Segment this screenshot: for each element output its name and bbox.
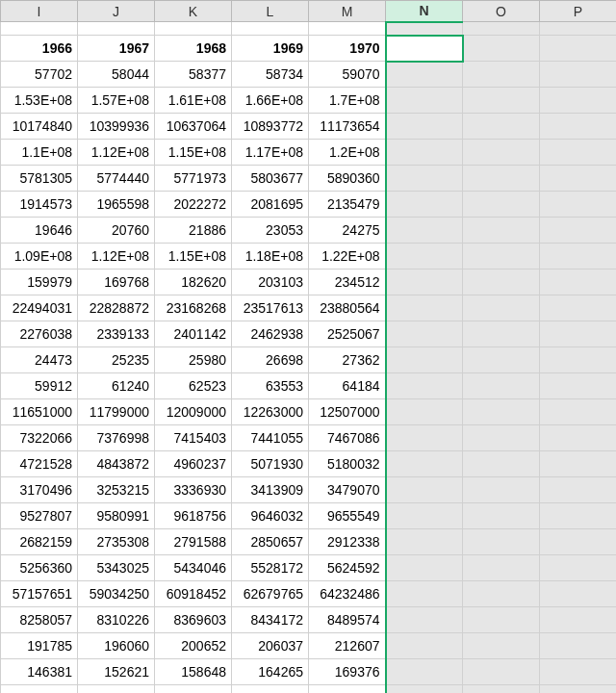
- cell-P-13[interactable]: [540, 347, 617, 373]
- cell-O-17[interactable]: [463, 451, 540, 477]
- cell-J-7[interactable]: 1965598: [78, 192, 155, 218]
- cell-O-22[interactable]: [463, 581, 540, 607]
- cell-O-4[interactable]: [463, 114, 540, 140]
- cell-J-2[interactable]: 58044: [78, 62, 155, 88]
- cell-N-26[interactable]: [386, 685, 463, 694]
- cell-M-22[interactable]: 64232486: [309, 581, 386, 607]
- cell-J-15[interactable]: 11799000: [78, 399, 155, 425]
- cell-I-12[interactable]: 2276038: [1, 321, 78, 347]
- cell-O-14[interactable]: [463, 373, 540, 399]
- cell-P-2[interactable]: [540, 62, 617, 88]
- cell-L-12[interactable]: 2462938: [232, 321, 309, 347]
- cell-M-21[interactable]: 5624592: [309, 555, 386, 581]
- cell-K-0[interactable]: [155, 22, 232, 36]
- cell-P-14[interactable]: [540, 373, 617, 399]
- cell-L-3[interactable]: 1.66E+08: [232, 88, 309, 114]
- cell-I-10[interactable]: 159979: [1, 270, 78, 295]
- cell-J-13[interactable]: 25235: [78, 347, 155, 373]
- cell-P-26[interactable]: [540, 685, 617, 694]
- cell-J-1[interactable]: 1967: [78, 36, 155, 62]
- cell-L-24[interactable]: 206037: [232, 633, 309, 659]
- cell-P-1[interactable]: [540, 36, 617, 62]
- cell-P-3[interactable]: [540, 88, 617, 114]
- cell-P-23[interactable]: [540, 607, 617, 633]
- cell-J-11[interactable]: 22828872: [78, 295, 155, 321]
- cell-N-20[interactable]: [386, 529, 463, 555]
- cell-I-16[interactable]: 7322066: [1, 425, 78, 451]
- cell-P-21[interactable]: [540, 555, 617, 581]
- cell-O-10[interactable]: [463, 270, 540, 295]
- cell-P-16[interactable]: [540, 425, 617, 451]
- cell-O-25[interactable]: [463, 659, 540, 685]
- cell-J-23[interactable]: 8310226: [78, 607, 155, 633]
- cell-N-18[interactable]: [386, 477, 463, 503]
- cell-N-9[interactable]: [386, 244, 463, 270]
- cell-M-7[interactable]: 2135479: [309, 192, 386, 218]
- cell-P-12[interactable]: [540, 321, 617, 347]
- cell-O-0[interactable]: [463, 22, 540, 36]
- cell-L-18[interactable]: 3413909: [232, 477, 309, 503]
- cell-M-23[interactable]: 8489574: [309, 607, 386, 633]
- cell-I-20[interactable]: 2682159: [1, 529, 78, 555]
- cell-K-14[interactable]: 62523: [155, 373, 232, 399]
- cell-P-15[interactable]: [540, 399, 617, 425]
- cell-O-24[interactable]: [463, 633, 540, 659]
- cell-I-25[interactable]: 146381: [1, 659, 78, 685]
- cell-M-12[interactable]: 2525067: [309, 321, 386, 347]
- cell-M-16[interactable]: 7467086: [309, 425, 386, 451]
- cell-L-14[interactable]: 63553: [232, 373, 309, 399]
- cell-J-8[interactable]: 20760: [78, 218, 155, 244]
- cell-L-4[interactable]: 10893772: [232, 114, 309, 140]
- cell-L-26[interactable]: 3717476: [232, 685, 309, 694]
- cell-P-5[interactable]: [540, 140, 617, 166]
- cell-K-17[interactable]: 4960237: [155, 451, 232, 477]
- cell-L-20[interactable]: 2850657: [232, 529, 309, 555]
- cell-L-22[interactable]: 62679765: [232, 581, 309, 607]
- cell-M-2[interactable]: 59070: [309, 62, 386, 88]
- column-header-I[interactable]: I: [1, 1, 78, 22]
- cell-O-18[interactable]: [463, 477, 540, 503]
- column-header-J[interactable]: J: [78, 1, 155, 22]
- cell-M-3[interactable]: 1.7E+08: [309, 88, 386, 114]
- cell-N-16[interactable]: [386, 425, 463, 451]
- cell-K-16[interactable]: 7415403: [155, 425, 232, 451]
- cell-N-14[interactable]: [386, 373, 463, 399]
- cell-O-5[interactable]: [463, 140, 540, 166]
- column-header-O[interactable]: O: [463, 1, 540, 22]
- cell-N-4[interactable]: [386, 114, 463, 140]
- cell-K-9[interactable]: 1.15E+08: [155, 244, 232, 270]
- cell-M-18[interactable]: 3479070: [309, 477, 386, 503]
- cell-M-5[interactable]: 1.2E+08: [309, 140, 386, 166]
- cell-L-21[interactable]: 5528172: [232, 555, 309, 581]
- cell-L-19[interactable]: 9646032: [232, 503, 309, 529]
- cell-J-10[interactable]: 169768: [78, 270, 155, 295]
- cell-M-4[interactable]: 11173654: [309, 114, 386, 140]
- cell-L-10[interactable]: 203103: [232, 270, 309, 295]
- cell-K-15[interactable]: 12009000: [155, 399, 232, 425]
- cell-I-13[interactable]: 24473: [1, 347, 78, 373]
- cell-J-20[interactable]: 2735308: [78, 529, 155, 555]
- cell-N-15[interactable]: [386, 399, 463, 425]
- cell-O-16[interactable]: [463, 425, 540, 451]
- cell-O-15[interactable]: [463, 399, 540, 425]
- cell-P-0[interactable]: [540, 22, 617, 36]
- cell-O-11[interactable]: [463, 295, 540, 321]
- cell-K-25[interactable]: 158648: [155, 659, 232, 685]
- cell-N-5[interactable]: [386, 140, 463, 166]
- cell-N-12[interactable]: [386, 321, 463, 347]
- cell-I-24[interactable]: 191785: [1, 633, 78, 659]
- cell-M-20[interactable]: 2912338: [309, 529, 386, 555]
- cell-K-23[interactable]: 8369603: [155, 607, 232, 633]
- cell-L-16[interactable]: 7441055: [232, 425, 309, 451]
- cell-P-4[interactable]: [540, 114, 617, 140]
- cell-L-5[interactable]: 1.17E+08: [232, 140, 309, 166]
- cell-O-26[interactable]: [463, 685, 540, 694]
- cell-I-22[interactable]: 57157651: [1, 581, 78, 607]
- column-header-K[interactable]: K: [155, 1, 232, 22]
- cell-I-2[interactable]: 57702: [1, 62, 78, 88]
- cell-K-26[interactable]: 3675446: [155, 685, 232, 694]
- column-header-M[interactable]: M: [309, 1, 386, 22]
- cell-P-9[interactable]: [540, 244, 617, 270]
- cell-K-22[interactable]: 60918452: [155, 581, 232, 607]
- cell-J-6[interactable]: 5774440: [78, 166, 155, 192]
